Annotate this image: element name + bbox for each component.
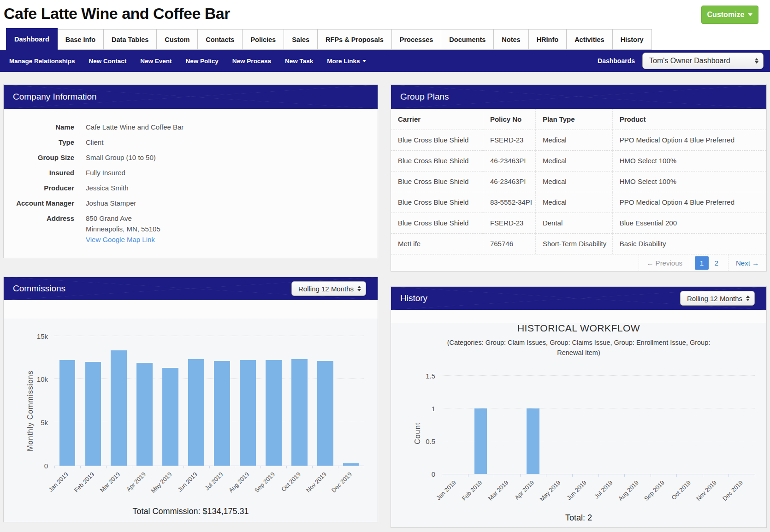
bar-slot [624, 366, 651, 474]
history-range-value: Rolling 12 Months [687, 295, 742, 302]
tab-sales[interactable]: Sales [284, 29, 318, 50]
dashboard-select[interactable]: Tom's Owner Dashboard [642, 53, 764, 69]
bar-sep-2019 [266, 360, 282, 466]
table-cell: Short-Term Disability [535, 233, 612, 254]
tab-documents[interactable]: Documents [441, 29, 494, 50]
updown-arrows-icon [746, 296, 750, 301]
bar-slot [442, 366, 468, 474]
nav-link-manage-relationships[interactable]: Manage Relationships [9, 58, 75, 65]
table-row[interactable]: Blue Cross Blue Shield46-23463PIMedicalH… [391, 171, 766, 192]
field-value-producer: Jessica Smith [86, 183, 129, 192]
axis-tick-mark [364, 466, 364, 468]
customize-button[interactable]: Customize [701, 6, 758, 24]
tab-notes[interactable]: Notes [494, 29, 528, 50]
bar-slot [54, 319, 80, 466]
table-cell: Blue Cross Blue Shield [391, 130, 483, 150]
nav-link-new-process[interactable]: New Process [232, 58, 271, 65]
bar-jan-2019 [59, 360, 76, 466]
bar-feb-2019 [474, 408, 487, 474]
column-header-plan-type: Plan Type [535, 109, 612, 130]
google-map-link[interactable]: View Google Map Link [86, 235, 160, 244]
panel-title: History [400, 293, 427, 303]
tab-dashboard[interactable]: Dashboard [6, 28, 58, 50]
table-cell: Blue Cross Blue Shield [391, 171, 483, 192]
table-row[interactable]: MetLife765746Short-Term DisabilityBasic … [391, 233, 766, 254]
bar-slot [338, 319, 364, 466]
bar-apr-2019 [527, 408, 539, 474]
table-cell: PPO Medical Option 4 Blue Preferred [612, 130, 766, 150]
tab-bar: DashboardBase InfoData TablesCustomConta… [0, 28, 770, 50]
table-cell: 46-23463PI [483, 171, 535, 192]
bar-feb-2019 [85, 362, 101, 466]
nav-link-new-event[interactable]: New Event [140, 58, 172, 65]
nav-link-label: New Process [232, 58, 271, 65]
dashboard-select-value: Tom's Owner Dashboard [649, 57, 730, 65]
dashboards-label: Dashboards [598, 57, 635, 65]
updown-arrows-icon [755, 58, 758, 64]
nav-link-label: Manage Relationships [9, 58, 75, 65]
address-line: 850 Grand Ave [86, 214, 160, 223]
bar-slot [286, 319, 312, 466]
nav-link-label: New Task [285, 58, 313, 65]
nav-link-new-contact[interactable]: New Contact [89, 58, 127, 65]
y-axis-tick-0: 0 [44, 462, 48, 470]
commissions-range-select[interactable]: Rolling 12 Months [291, 281, 366, 296]
tab-hrinfo[interactable]: HRInfo [529, 29, 567, 50]
page-button-2[interactable]: 2 [710, 256, 723, 270]
nav-link-label: New Contact [89, 58, 127, 65]
tab-history[interactable]: History [613, 29, 652, 50]
x-axis-label-jan-2019: Jan 2019 [435, 479, 457, 501]
column-header-product: Product [612, 109, 766, 130]
company-information-header: Company Information [4, 85, 378, 109]
company-field-row: Account ManagerJoshua Stamper [4, 199, 378, 207]
table-row[interactable]: Blue Cross Blue Shield83-5552-34PIMedica… [391, 192, 766, 213]
table-cell: 765746 [483, 233, 535, 254]
group-plans-header: Group Plans [391, 85, 766, 109]
tab-activities[interactable]: Activities [567, 29, 612, 50]
field-value-group-size: Small Group (10 to 50) [86, 153, 156, 162]
bar-slot [676, 366, 703, 474]
bar-slot [235, 319, 261, 466]
field-label-account-manager: Account Manager [4, 199, 86, 207]
next-page-button[interactable]: Next → [728, 254, 766, 271]
field-label-address: Address [4, 214, 86, 244]
tab-rfps-proposals[interactable]: RFPs & Proposals [318, 29, 392, 50]
page-button-1[interactable]: 1 [695, 256, 709, 270]
table-cell: Medical [535, 130, 612, 150]
tab-contacts[interactable]: Contacts [198, 29, 243, 50]
bar-slot [546, 366, 572, 474]
tab-processes[interactable]: Processes [392, 29, 442, 50]
bar-aug-2019 [240, 360, 256, 466]
nav-link-label: New Policy [186, 58, 219, 65]
caret-down-icon [748, 13, 752, 16]
table-row[interactable]: Blue Cross Blue ShieldFSERD-23MedicalPPO… [391, 130, 766, 150]
tab-base-info[interactable]: Base Info [58, 29, 104, 50]
bar-oct-2019 [291, 359, 308, 466]
tab-policies[interactable]: Policies [243, 29, 284, 50]
company-field-row: NameCafe Latte Wine and Coffee Bar [4, 123, 378, 131]
y-axis-tick-15k: 15k [37, 332, 48, 340]
previous-page-button[interactable]: ← Previous [639, 254, 690, 271]
table-header-row: CarrierPolicy NoPlan TypeProduct [391, 109, 766, 130]
table-row[interactable]: Blue Cross Blue Shield46-23463PIMedicalH… [391, 150, 766, 171]
page-title: Cafe Latte Wine and Coffee Bar [4, 5, 770, 23]
nav-link-new-task[interactable]: New Task [285, 58, 313, 65]
history-chart-title: HISTORICAL WORKFLOW [391, 323, 766, 334]
nav-link-more-links[interactable]: More Links [327, 58, 366, 65]
table-row[interactable]: Blue Cross Blue ShieldFSERD-23DentalBlue… [391, 213, 766, 233]
history-chart: HISTORICAL WORKFLOW (Categories: Group: … [391, 323, 766, 527]
history-x-axis-labels: Jan 2019Feb 2019Mar 2019Apr 2019May 2019… [442, 474, 755, 512]
table-cell: MetLife [391, 233, 483, 254]
nav-link-new-policy[interactable]: New Policy [186, 58, 219, 65]
y-axis-tick-0: 0 [432, 470, 435, 478]
history-range-select[interactable]: Rolling 12 Months [680, 291, 755, 306]
company-information-body: NameCafe Latte Wine and Coffee BarTypeCl… [4, 109, 378, 258]
bar-dec-2019 [343, 463, 359, 466]
updown-arrows-icon [357, 286, 361, 291]
tab-data-tables[interactable]: Data Tables [104, 29, 157, 50]
bar-slot [106, 319, 132, 466]
tab-custom[interactable]: Custom [157, 29, 198, 50]
dashboard-content: Company Information NameCafe Latte Wine … [0, 72, 770, 528]
group-plans-table: CarrierPolicy NoPlan TypeProductBlue Cro… [391, 109, 766, 254]
commissions-plot-area: 15k10k5k0 [54, 319, 364, 466]
